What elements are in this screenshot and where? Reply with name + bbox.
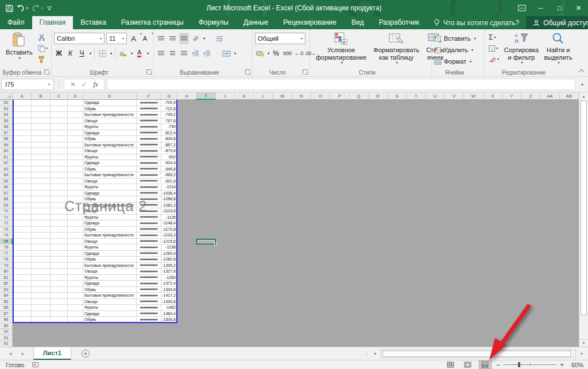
cell-F86[interactable]: ##########	[137, 305, 161, 311]
fill-color-button[interactable]	[118, 48, 128, 59]
column-header-T[interactable]: T	[407, 92, 425, 100]
cell-C68[interactable]	[51, 196, 68, 203]
autosum-button[interactable]: Σ ▾	[487, 33, 501, 42]
cell-B59[interactable]	[32, 142, 51, 149]
cell-A70[interactable]	[13, 208, 32, 215]
italic-button[interactable]: К	[65, 48, 75, 59]
row-header-87[interactable]: 87	[0, 311, 13, 317]
insert-cells-button[interactable]: Вставить ▾	[434, 33, 482, 44]
cell-A59[interactable]	[13, 142, 32, 149]
cell-E88[interactable]: Обувь	[83, 317, 137, 323]
vertical-scrollbar[interactable]: ▲ ▼	[579, 92, 588, 347]
tab-Файл[interactable]: Файл	[0, 16, 32, 29]
cell-E53[interactable]: Обувь	[83, 106, 137, 112]
cell-C54[interactable]	[51, 112, 68, 118]
cell-A54[interactable]	[13, 112, 32, 118]
cell-B87[interactable]	[32, 311, 51, 317]
cell-E87[interactable]: Одежда	[83, 311, 137, 317]
zoom-slider[interactable]	[504, 364, 556, 365]
share-button[interactable]: Общий доступ	[526, 16, 588, 29]
cell-E64[interactable]: Бытовые принадлежности	[83, 172, 137, 178]
column-header-J[interactable]: J	[216, 92, 235, 100]
cell-D69[interactable]	[68, 203, 83, 209]
cell-G87[interactable]: -1484,4	[161, 311, 177, 317]
cell-G86[interactable]: -1462	[161, 305, 177, 311]
clipboard-dialog-launcher[interactable]	[44, 69, 49, 75]
row-header-63[interactable]: 63	[0, 166, 13, 173]
tab-Вид[interactable]: Вид	[344, 16, 372, 29]
grow-font-button[interactable]: А	[129, 33, 138, 44]
number-dialog-launcher[interactable]	[303, 69, 308, 75]
increase-indent-button[interactable]	[202, 48, 212, 59]
sheet-nav-right-icon[interactable]: ►	[21, 351, 25, 356]
cell-G70[interactable]: -1103,6	[161, 208, 177, 215]
column-header-Y[interactable]: Y	[502, 92, 521, 100]
active-cell-I75[interactable]	[196, 239, 215, 245]
cell-D56[interactable]	[68, 124, 83, 130]
cell-C56[interactable]	[51, 124, 68, 130]
column-header-E[interactable]: E	[83, 92, 137, 100]
column-header-I[interactable]: I	[196, 92, 215, 100]
cell-E77[interactable]: Одежда	[83, 251, 137, 257]
cell-B57[interactable]	[32, 130, 51, 137]
cell-C75[interactable]	[51, 239, 68, 245]
row-header-74[interactable]: 74	[0, 232, 13, 239]
cell-A62[interactable]	[13, 160, 32, 166]
cell-B78[interactable]	[32, 257, 51, 263]
row-header-88[interactable]: 88	[0, 317, 13, 323]
cell-B52[interactable]	[32, 100, 51, 106]
cell-C88[interactable]	[51, 317, 68, 323]
expand-formula-bar-icon[interactable]: ▾	[578, 82, 587, 87]
row-header-89[interactable]: 89	[0, 323, 13, 329]
cell-F85[interactable]: ##########	[137, 299, 161, 305]
row-header-70[interactable]: 70	[0, 208, 13, 215]
cell-F66[interactable]: ##########	[137, 184, 161, 191]
cell-A67[interactable]	[13, 191, 32, 197]
accounting-format-button[interactable]	[255, 48, 265, 59]
cell-E86[interactable]: Фрукты	[83, 305, 137, 311]
cell-A76[interactable]	[13, 244, 32, 251]
cell-E58[interactable]: Обувь	[83, 136, 137, 142]
paste-dropdown-icon[interactable]: ▾	[19, 56, 21, 60]
cell-D58[interactable]	[68, 136, 83, 142]
cell-C73[interactable]	[51, 227, 68, 233]
cell-F56[interactable]: ##########	[137, 124, 161, 130]
cell-B61[interactable]	[32, 154, 51, 161]
cell-A79[interactable]	[13, 263, 32, 269]
cell-G83[interactable]: -1394,8	[161, 287, 177, 293]
cell-A82[interactable]	[13, 281, 32, 287]
scroll-right-icon[interactable]: ►	[578, 349, 586, 358]
cell-A69[interactable]	[13, 203, 32, 209]
cell-G66[interactable]: -1014	[161, 184, 177, 191]
cell-A71[interactable]	[13, 215, 32, 221]
cell-C77[interactable]	[51, 251, 68, 257]
cell-D61[interactable]	[68, 154, 83, 161]
cell-E81[interactable]: Фрукты	[83, 275, 137, 281]
row-header-65[interactable]: 65	[0, 178, 13, 185]
row-header-84[interactable]: 84	[0, 293, 13, 299]
cell-C72[interactable]	[51, 220, 68, 227]
cell-D86[interactable]	[68, 305, 83, 311]
cell-B82[interactable]	[32, 281, 51, 287]
row-header-92[interactable]: 92	[0, 341, 13, 347]
cell-B81[interactable]	[32, 275, 51, 281]
cell-C64[interactable]	[51, 172, 68, 178]
column-header-S[interactable]: S	[388, 92, 407, 100]
tab-Главная[interactable]: Главная	[32, 16, 74, 29]
cell-D76[interactable]	[68, 244, 83, 251]
font-color-button[interactable]: А	[134, 48, 144, 59]
column-header-Q[interactable]: Q	[350, 92, 369, 100]
cell-B73[interactable]	[32, 227, 51, 233]
clear-button[interactable]: ▾	[487, 55, 501, 64]
cell-E80[interactable]: Овощи	[83, 269, 137, 275]
tab-Формулы[interactable]: Формулы	[191, 16, 236, 29]
cell-G62[interactable]: -924,4	[161, 160, 177, 166]
cell-D72[interactable]	[68, 220, 83, 227]
cut-button[interactable]	[36, 33, 49, 42]
underline-dropdown-icon[interactable]: ▾	[90, 52, 91, 55]
new-sheet-button[interactable]: +	[82, 347, 90, 360]
cell-G80[interactable]: -1327,6	[161, 269, 177, 275]
row-header-85[interactable]: 85	[0, 299, 13, 305]
cell-A75[interactable]	[13, 239, 32, 245]
cell-B86[interactable]	[32, 305, 51, 311]
